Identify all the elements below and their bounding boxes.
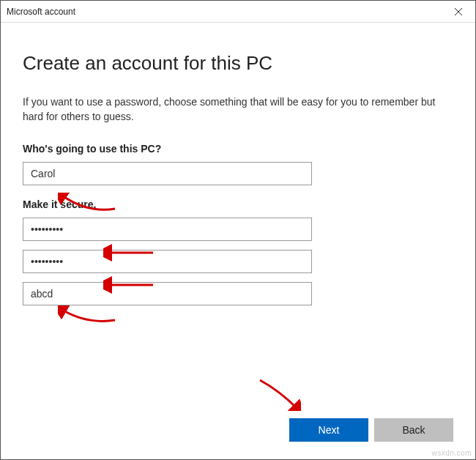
next-button[interactable]: Next xyxy=(289,418,368,442)
dialog-window: Microsoft account Create an account for … xyxy=(0,0,476,460)
username-input[interactable] xyxy=(23,162,312,185)
password-confirm-input[interactable] xyxy=(23,250,312,273)
annotation-arrow-icon xyxy=(58,305,116,326)
close-icon xyxy=(455,6,462,18)
back-button[interactable]: Back xyxy=(374,418,453,442)
titlebar: Microsoft account xyxy=(1,1,475,23)
password-input[interactable] xyxy=(23,218,312,241)
password-section-label: Make it secure. xyxy=(23,199,453,210)
page-heading: Create an account for this PC xyxy=(23,52,453,75)
username-label: Who's going to use this PC? xyxy=(23,143,453,155)
window-title: Microsoft account xyxy=(7,7,75,17)
content-area: Create an account for this PC If you wan… xyxy=(1,23,475,459)
close-button[interactable] xyxy=(442,1,475,23)
footer-buttons: Next Back xyxy=(23,418,453,445)
page-description: If you want to use a password, choose so… xyxy=(23,95,453,124)
watermark-text: wsxdn.com xyxy=(431,449,472,457)
annotation-arrow-icon xyxy=(257,377,301,411)
password-hint-input[interactable] xyxy=(23,282,312,305)
